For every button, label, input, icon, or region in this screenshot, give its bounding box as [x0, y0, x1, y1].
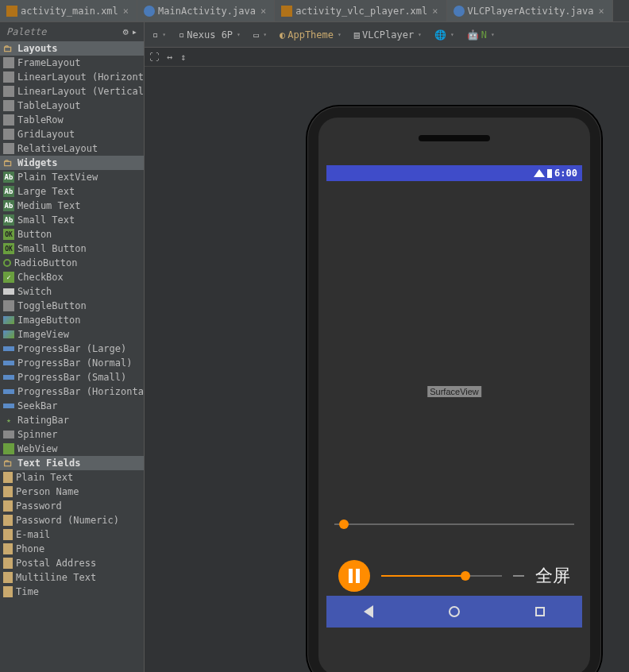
zoom-fit-icon[interactable]: ⛶ — [149, 52, 159, 63]
palette-item-imageview[interactable]: ImageView — [0, 327, 144, 342]
layout-icon — [3, 71, 14, 83]
palette-item-password-numeric[interactable]: Password (Numeric) — [0, 513, 144, 527]
palette-item-tablerow[interactable]: TableRow — [0, 113, 144, 127]
palette-item-phone[interactable]: Phone — [0, 542, 144, 556]
palette-item-linearlayout-h[interactable]: LinearLayout (Horizontal) — [0, 70, 144, 84]
section-widgets[interactable]: 🗀 Widgets — [0, 156, 144, 170]
layout-icon — [3, 143, 14, 154]
palette-item-tablelayout[interactable]: TableLayout — [0, 98, 144, 113]
palette-item-progress-small[interactable]: ProgressBar (Small) — [0, 370, 144, 384]
palette-item-small-button[interactable]: OKSmall Button — [0, 241, 144, 256]
close-icon[interactable]: × — [122, 6, 130, 17]
text-icon: Ab — [3, 214, 14, 226]
nav-recent-icon[interactable] — [535, 607, 545, 616]
palette-item-progress-large[interactable]: ProgressBar (Large) — [0, 342, 144, 356]
palette-item-large-text[interactable]: AbLarge Text — [0, 184, 144, 199]
tab-activity-main[interactable]: activity_main.xml × — [0, 0, 137, 21]
battery-icon — [547, 169, 552, 178]
api-dropdown[interactable]: 🤖 N — [464, 28, 498, 42]
spinner-icon — [3, 431, 14, 438]
palette-item-email[interactable]: E-mail — [0, 527, 144, 542]
zoom-toolbar: ⛶ ↔ ↕ — [145, 48, 629, 67]
seekbar-thumb[interactable] — [461, 571, 470, 581]
palette-item-spinner[interactable]: Spinner — [0, 427, 144, 442]
textfield-icon — [3, 586, 13, 597]
palette-item-medium-text[interactable]: AbMedium Text — [0, 199, 144, 213]
switch-icon — [3, 288, 14, 295]
palette-item-plaintext[interactable]: Plain Text — [0, 470, 144, 485]
palette-item-seekbar[interactable]: SeekBar — [0, 399, 144, 413]
section-textfields[interactable]: 🗀 Text Fields — [0, 456, 144, 470]
layout-icon — [3, 129, 14, 140]
seekbar-thumb[interactable] — [339, 519, 349, 529]
seekbar-top[interactable] — [334, 518, 574, 531]
folder-icon: 🗀 — [3, 43, 14, 54]
config-dropdown[interactable]: ▫ — [149, 28, 169, 42]
palette-item-small-text[interactable]: AbSmall Text — [0, 213, 144, 227]
palette-item-progress-normal[interactable]: ProgressBar (Normal) — [0, 356, 144, 370]
palette-item-togglebutton[interactable]: ToggleButton — [0, 299, 144, 313]
palette-item-imagebutton[interactable]: ImageButton — [0, 313, 144, 327]
palette-item-progress-horiz[interactable]: ProgressBar (Horizontal) — [0, 384, 144, 399]
locale-dropdown[interactable]: 🌐 — [431, 28, 457, 42]
palette-item-linearlayout-v[interactable]: LinearLayout (Vertical) — [0, 84, 144, 98]
seekbar-icon — [3, 404, 14, 408]
textfield-icon — [3, 486, 13, 497]
textfield-icon — [3, 572, 13, 583]
palette-item-switch[interactable]: Switch — [0, 284, 144, 299]
device-preview[interactable]: 6:00 SurfaceView — [307, 106, 601, 672]
palette-item-relativelayout[interactable]: RelativeLayout — [0, 141, 144, 156]
palette-item-checkbox[interactable]: ✓CheckBox — [0, 270, 144, 284]
tab-label: MainActivity.java — [158, 6, 256, 17]
java-icon — [453, 6, 465, 17]
button-icon: OK — [3, 243, 14, 254]
palette-item-postal[interactable]: Postal Address — [0, 556, 144, 570]
theme-dropdown[interactable]: ◐ AppTheme — [276, 28, 345, 42]
palette-item-time[interactable]: Time — [0, 585, 144, 599]
palette-item-ratingbar[interactable]: ★RatingBar — [0, 413, 144, 427]
nav-back-icon[interactable] — [364, 605, 373, 618]
palette-item-radiobutton[interactable]: RadioButton — [0, 256, 144, 270]
tab-vlc-player-activity[interactable]: VLCPlayerActivity.java × — [447, 0, 613, 21]
pause-button[interactable] — [338, 560, 370, 592]
context-dropdown[interactable]: ▤ VLCPlayer — [351, 28, 425, 42]
palette-item-multiline[interactable]: Multiline Text — [0, 570, 144, 585]
nav-home-icon[interactable] — [449, 606, 460, 617]
orientation-dropdown[interactable]: ▭ — [250, 28, 270, 42]
expand-h-icon[interactable]: ↔ — [167, 52, 172, 63]
device-dropdown[interactable]: ▫ Nexus 6P — [176, 28, 244, 42]
device-screen: 6:00 SurfaceView — [326, 165, 582, 628]
palette-item-webview[interactable]: WebView — [0, 442, 144, 456]
fullscreen-button[interactable]: 全屏 — [535, 564, 570, 588]
palette-title: Palette — [6, 26, 47, 37]
textfield-icon — [3, 529, 13, 540]
tab-label: activity_vlc_player.xml — [295, 6, 427, 17]
section-layouts[interactable]: 🗀 Layouts — [0, 41, 144, 56]
seekbar-volume[interactable] — [381, 570, 502, 582]
status-time: 6:00 — [554, 168, 577, 179]
progress-icon — [3, 375, 14, 380]
editor-tabs: activity_main.xml × MainActivity.java × … — [0, 0, 629, 22]
close-icon[interactable]: × — [259, 6, 268, 17]
gear-icon[interactable]: ⚙ — [123, 26, 129, 37]
tab-main-activity[interactable]: MainActivity.java × — [137, 0, 275, 21]
layout-icon — [3, 57, 14, 68]
textfield-icon — [3, 500, 13, 512]
textfield-icon — [3, 515, 13, 526]
expand-v-icon[interactable]: ↕ — [180, 52, 186, 63]
palette-item-framelayout[interactable]: FrameLayout — [0, 56, 144, 70]
palette-item-password[interactable]: Password — [0, 499, 144, 513]
close-icon[interactable]: × — [430, 6, 439, 17]
editor-toolbar: ▫ ▫ Nexus 6P ▭ ◐ AppTheme ▤ VLCPlayer 🌐 … — [145, 22, 629, 48]
app-preview-area[interactable]: SurfaceView — [326, 181, 582, 628]
check-icon: ✓ — [3, 272, 14, 283]
close-icon[interactable]: × — [596, 6, 605, 17]
palette-item-button[interactable]: OKButton — [0, 227, 144, 241]
image-icon — [3, 330, 14, 338]
palette-item-gridlayout[interactable]: GridLayout — [0, 127, 144, 141]
filter-icon[interactable]: ▸ — [132, 26, 137, 37]
tab-activity-vlc-player[interactable]: activity_vlc_player.xml × — [275, 0, 446, 21]
surfaceview-label: SurfaceView — [427, 386, 481, 397]
palette-item-personname[interactable]: Person Name — [0, 485, 144, 499]
palette-item-textview[interactable]: AbPlain TextView — [0, 170, 144, 184]
